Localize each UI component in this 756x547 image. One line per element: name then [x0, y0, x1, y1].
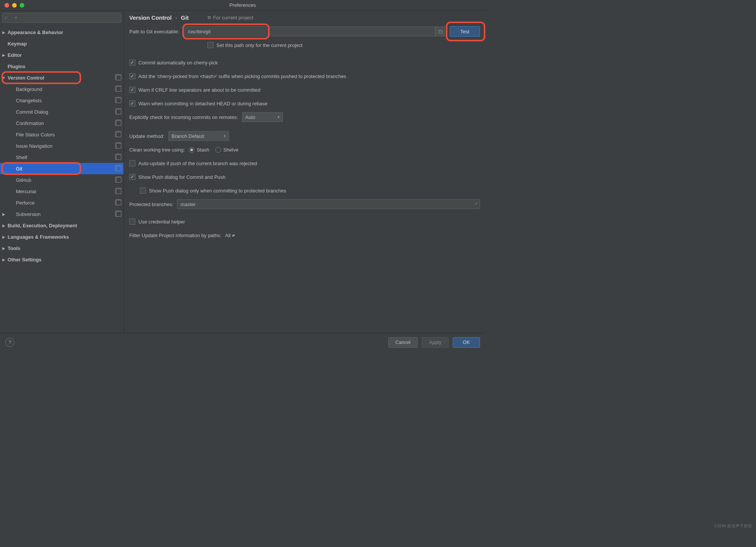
sidebar-item-shelf[interactable]: Shelf [0, 152, 124, 163]
sidebar-item-label: File Status Colors [8, 132, 116, 138]
apply-button[interactable]: Apply [422, 337, 449, 348]
expand-arrow-icon: ▶ [0, 235, 8, 239]
sidebar-item-label: Git [8, 166, 116, 172]
sidebar-item-label: Other Settings [8, 257, 121, 263]
commit-auto-checkbox[interactable] [129, 59, 135, 66]
sidebar-item-other-settings[interactable]: ▶Other Settings [0, 254, 124, 265]
warn-detached-checkbox[interactable] [129, 100, 135, 106]
project-scope-label: ⧉ For current project [208, 15, 253, 20]
sidebar-item-editor[interactable]: ▶Editor [0, 49, 124, 61]
project-scope-icon [116, 177, 121, 183]
search-dropdown-icon[interactable]: ▾ [15, 16, 17, 19]
minimize-window-icon[interactable] [12, 3, 17, 8]
sidebar-item-changelists[interactable]: Changelists [0, 95, 124, 106]
sidebar-item-confirmation[interactable]: Confirmation [0, 117, 124, 129]
breadcrumb: Version Control › Git ⧉ For current proj… [129, 14, 480, 21]
sidebar-item-github[interactable]: GitHub [0, 174, 124, 186]
sidebar-item-commit-dialog[interactable]: Commit Dialog [0, 106, 124, 117]
sidebar-item-label: Languages & Frameworks [8, 234, 121, 240]
sidebar-item-subversion[interactable]: ▶Subversion [0, 208, 124, 220]
sidebar-item-mercurial[interactable]: Mercurial [0, 186, 124, 197]
credential-helper-label: Use credential helper [138, 219, 185, 225]
expand-arrow-icon: ▼ [0, 76, 8, 80]
search-input[interactable] [2, 13, 121, 23]
sidebar-item-perforce[interactable]: Perforce [0, 197, 124, 208]
breadcrumb-separator: › [176, 15, 177, 20]
credential-helper-checkbox[interactable] [129, 219, 135, 225]
project-scope-icon [116, 75, 121, 80]
sidebar-item-background[interactable]: Background [0, 83, 124, 95]
protected-branches-input[interactable] [177, 199, 480, 209]
show-push-protected-checkbox[interactable] [140, 188, 146, 194]
sidebar-item-label: Mercurial [8, 189, 116, 194]
settings-tree: ▶Appearance & BehaviorKeymap▶EditorPlugi… [0, 25, 124, 333]
sidebar-item-label: Confirmation [8, 120, 116, 126]
help-button[interactable]: ? [5, 338, 14, 347]
shelve-label: Shelve [223, 147, 238, 153]
filter-update-label: Filter Update Project information by pat… [129, 233, 221, 238]
sidebar-item-keymap[interactable]: Keymap [0, 38, 124, 49]
test-button[interactable]: Test [450, 26, 480, 37]
show-push-checkbox[interactable] [129, 174, 135, 180]
project-scope-icon [116, 109, 121, 114]
sidebar-item-label: Background [8, 86, 116, 92]
sidebar-item-label: Perforce [8, 200, 116, 206]
expand-arrow-icon: ▶ [0, 53, 8, 57]
explicitly-check-select[interactable]: Auto [242, 112, 283, 122]
sidebar-item-label: Commit Dialog [8, 109, 116, 115]
project-scope-icon [116, 143, 121, 148]
maximize-window-icon[interactable] [20, 3, 24, 8]
close-window-icon[interactable] [5, 3, 9, 8]
breadcrumb-current: Git [181, 14, 189, 21]
set-path-only-label: Set this path only for the current proje… [216, 42, 303, 48]
expand-arrow-icon: ▶ [0, 246, 8, 250]
stash-radio[interactable] [189, 147, 194, 153]
copy-icon: ⧉ [208, 15, 211, 20]
expand-arrow-icon: ▶ [0, 30, 8, 34]
sidebar-item-label: GitHub [8, 177, 116, 183]
ok-button[interactable]: OK [453, 337, 480, 348]
warn-crlf-checkbox[interactable] [129, 87, 135, 93]
sidebar-item-appearance-behavior[interactable]: ▶Appearance & Behavior [0, 27, 124, 38]
add-suffix-checkbox[interactable] [129, 73, 135, 79]
path-label: Path to Git executable: [129, 29, 179, 34]
browse-folder-icon[interactable]: 🗀 [435, 27, 445, 36]
warn-crlf-label: Warn if CRLF line separators are about t… [138, 87, 260, 93]
expand-icon[interactable]: ⤢ [475, 202, 478, 206]
project-scope-icon [116, 155, 121, 160]
sidebar-item-label: Subversion [8, 211, 116, 217]
sidebar-item-tools[interactable]: ▶Tools [0, 242, 124, 254]
expand-arrow-icon: ▶ [0, 223, 8, 228]
sidebar-item-languages-frameworks[interactable]: ▶Languages & Frameworks [0, 231, 124, 242]
update-method-select[interactable]: Branch Default [168, 131, 229, 141]
project-scope-icon [116, 166, 121, 171]
content-pane: Version Control › Git ⧉ For current proj… [124, 11, 485, 333]
filter-update-value[interactable]: All▴▾ [225, 233, 234, 238]
project-scope-icon [116, 98, 121, 103]
protected-branches-label: Protected branches: [129, 202, 173, 207]
stash-label: Stash [197, 147, 209, 153]
sidebar-item-label: Appearance & Behavior [8, 30, 121, 35]
sidebar-item-issue-navigation[interactable]: Issue Navigation [0, 140, 124, 152]
sidebar-item-label: Plugins [8, 64, 121, 69]
cancel-button[interactable]: Cancel [388, 337, 418, 348]
sidebar-item-label: Build, Execution, Deployment [8, 223, 121, 228]
set-path-only-checkbox[interactable] [207, 42, 213, 48]
sidebar-item-version-control[interactable]: ▼Version Control [0, 72, 124, 83]
breadcrumb-parent[interactable]: Version Control [129, 14, 172, 21]
sidebar-item-file-status-colors[interactable]: File Status Colors [0, 129, 124, 140]
sidebar-item-build-execution-deployment[interactable]: ▶Build, Execution, Deployment [0, 220, 124, 231]
sidebar-item-label: Version Control [8, 75, 116, 81]
warn-detached-label: Warn when committing in detached HEAD or… [138, 101, 268, 106]
project-scope-icon [116, 120, 121, 126]
project-scope-icon [116, 132, 121, 137]
sidebar-item-label: Editor [8, 52, 121, 58]
sidebar-item-plugins[interactable]: Plugins [0, 61, 124, 72]
sidebar-item-git[interactable]: Git [0, 163, 124, 174]
show-push-protected-label: Show Push dialog only when committing to… [149, 188, 286, 194]
git-path-input[interactable] [185, 27, 435, 36]
explicitly-check-label: Explicitly check for incoming commits on… [129, 114, 238, 120]
sidebar-item-label: Tools [8, 245, 121, 251]
shelve-radio[interactable] [215, 147, 221, 153]
auto-update-checkbox[interactable] [129, 160, 135, 166]
